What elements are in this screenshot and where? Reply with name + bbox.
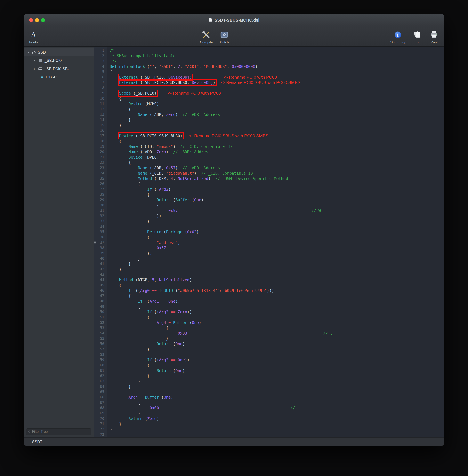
line-number: 9: [94, 90, 107, 96]
code-line: 51 {: [94, 314, 444, 320]
code-line: 22 {: [94, 160, 444, 165]
code-line: 45 {: [94, 283, 444, 288]
line-number: 44: [94, 277, 107, 283]
compile-button[interactable]: Compile: [200, 27, 213, 45]
tree-item-label: _SB.PCI0.SBU…: [44, 66, 74, 71]
line-number: 27: [94, 187, 107, 192]
code-line: 69 }: [94, 411, 444, 416]
code-line: 24 Name (_CID, "diagsvault") // _CID: Co…: [94, 170, 444, 176]
code-line: 17 Device (_SB.PCI0.SBUS.BUS0)<- Rename …: [94, 133, 444, 138]
code-line: 27 If (!Arg2): [94, 187, 444, 192]
code-line: 57 }: [94, 346, 444, 352]
line-number: 4: [94, 64, 107, 69]
sidebar-item-ssdt[interactable]: SSDT: [24, 48, 93, 56]
line-number: 33: [94, 219, 107, 224]
patch-label: Patch: [220, 40, 229, 45]
line-number: 30: [94, 203, 107, 208]
window-title-group: SSDT-SBUS-MCHC.dsl: [209, 18, 259, 23]
rename-annotation: <- Rename PCI0.SBUS with PC00.SMBS: [187, 133, 268, 138]
code-line: 3 */: [94, 59, 444, 64]
disclosure-down-icon[interactable]: [27, 50, 30, 54]
line-number: 41: [94, 261, 107, 267]
line-number: 72: [94, 427, 107, 432]
line-number: 69: [94, 411, 107, 416]
line-number: 5: [94, 69, 107, 74]
log-button[interactable]: Log: [413, 27, 422, 45]
line-number: 3: [94, 59, 107, 64]
code-line: 6 External (_SB_.PCI0, DeviceObj)<- Rena…: [94, 74, 444, 80]
line-number: 64: [94, 384, 107, 389]
line-number: 55: [94, 336, 107, 341]
filter-tree-field[interactable]: [26, 428, 91, 435]
line-number: 67: [94, 400, 107, 405]
line-number: 21: [94, 154, 107, 160]
line-number: 8: [94, 85, 107, 90]
line-number: 10: [94, 96, 107, 101]
code-line: 1/*: [94, 48, 444, 53]
line-number: 22: [94, 160, 107, 165]
line-number: 71: [94, 421, 107, 427]
zoom-button[interactable]: [41, 18, 45, 22]
sidebar-item-sb-pci0-sbus[interactable]: _SB.PCI0.SBU…: [24, 65, 93, 73]
fonts-button[interactable]: A Fonts: [29, 27, 38, 45]
line-number: 31: [94, 208, 107, 213]
minimize-button[interactable]: [35, 18, 39, 22]
sidebar: SSDT _SB.PCI0 _SB.PCI0.SBU… DTGP: [24, 46, 94, 437]
code-line: 21 Device (DVL0): [94, 154, 444, 160]
line-number: 50: [94, 309, 107, 314]
close-button[interactable]: [29, 18, 33, 22]
status-path: SSDT: [32, 439, 43, 444]
summary-button[interactable]: Summary: [390, 27, 405, 45]
disclosure-right-icon[interactable]: [33, 67, 37, 71]
line-number: 68: [94, 405, 107, 411]
print-button[interactable]: Print: [430, 27, 439, 45]
code-line: 42 }: [94, 267, 444, 272]
code-line: 39 }): [94, 251, 444, 256]
rename-highlight-box: External (_SB_.PCI0, DeviceObj): [119, 75, 192, 79]
search-icon: [28, 430, 31, 433]
line-number: 14: [94, 117, 107, 122]
code-line: 37 "address",: [94, 240, 444, 245]
line-number: 49: [94, 304, 107, 309]
tree-item-label: SSDT: [38, 50, 48, 55]
disclosure-right-icon[interactable]: [33, 59, 37, 62]
app-window: SSDT-SBUS-MCHC.dsl A Fonts Compile Patch: [24, 14, 444, 446]
code-editor[interactable]: 1/*2 * SMBus compatibility table.3 */4De…: [94, 46, 444, 437]
filter-tree-input[interactable]: [32, 430, 89, 434]
code-line: 35 Return (Package (0x02): [94, 229, 444, 235]
rename-highlight-box: External (_SB_.PCI0.SBUS.BUS0, DeviceObj…: [119, 80, 215, 85]
line-number: 36: [94, 235, 107, 240]
sidebar-item-sb-pci0[interactable]: _SB.PCI0: [24, 56, 93, 65]
sidebar-item-dtgp[interactable]: DTGP: [24, 73, 93, 81]
code-line: 70 Return (Zero): [94, 416, 444, 421]
tree-item-label: DTGP: [46, 75, 57, 79]
code-line: 64 }: [94, 384, 444, 389]
line-number: 39: [94, 251, 107, 256]
traffic-lights: [29, 18, 45, 22]
code-line: 25 Method (_DSM, 4, NotSerialized) // _D…: [94, 176, 444, 181]
line-number: 45: [94, 283, 107, 288]
rename-highlight-box: Scope (_SB.PCI0): [119, 91, 157, 95]
line-number: 54: [94, 330, 107, 336]
rename-highlight-box: Device (_SB.PCI0.SBUS.BUS0): [119, 134, 183, 138]
line-number: 20: [94, 149, 107, 154]
code-line: 41 }: [94, 261, 444, 267]
toolbar: A Fonts Compile Patch: [24, 26, 444, 46]
code-line: 13 Name (_ADR, Zero) // _ADR: Address: [94, 112, 444, 117]
code-line: 44 Method (DTGP, 5, NotSerialized): [94, 277, 444, 283]
compile-icon: [202, 30, 211, 39]
compile-label: Compile: [200, 40, 213, 45]
document-icon: [209, 18, 212, 23]
line-number: 66: [94, 395, 107, 400]
title-bar[interactable]: SSDT-SBUS-MCHC.dsl: [24, 14, 444, 26]
line-number: 62: [94, 373, 107, 379]
code-line: 8: [94, 85, 444, 90]
code-line: 33 }: [94, 219, 444, 224]
patch-button[interactable]: Patch: [220, 27, 229, 45]
line-number: 42: [94, 267, 107, 272]
code-line: 60 {: [94, 363, 444, 368]
code-line: 31 0x57 // W: [94, 208, 444, 213]
line-number: 58: [94, 352, 107, 357]
code-line: 59 If ((Arg2 == One)): [94, 357, 444, 363]
line-number: 7: [94, 80, 107, 85]
